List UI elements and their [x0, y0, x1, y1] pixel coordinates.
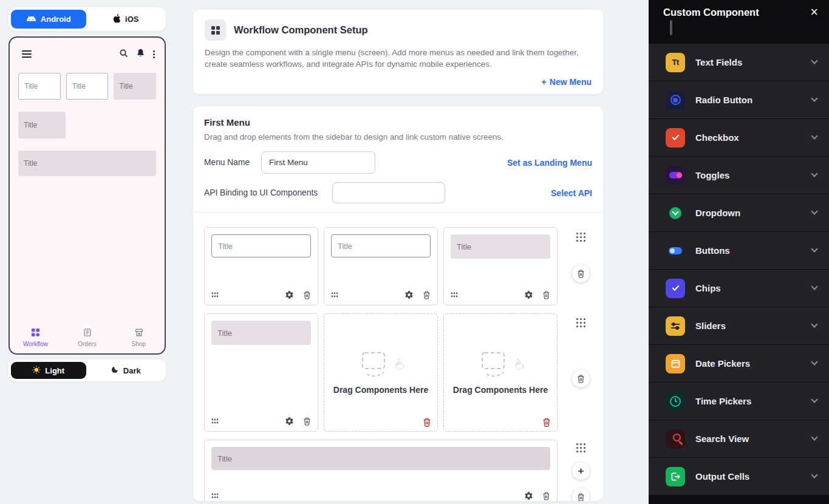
drag-handle-icon[interactable] — [451, 292, 458, 298]
component-card[interactable] — [443, 227, 558, 305]
chevron-down-icon — [811, 95, 817, 101]
workflow-setup-card: Workflow Component Setup Design the comp… — [193, 10, 603, 94]
settings-gear-icon[interactable] — [285, 290, 294, 299]
text-fields-icon: Tt — [666, 53, 685, 72]
row-delete-button[interactable] — [572, 265, 590, 282]
phone-title-field[interactable]: Title — [18, 151, 156, 176]
nav-item-orders[interactable]: Orders — [61, 328, 113, 347]
phone-preview-frame: Title Title Title Title Title Workflow — [9, 36, 166, 355]
panel-item-label: Buttons — [695, 245, 812, 256]
delete-trash-icon[interactable] — [423, 418, 431, 427]
phone-title-field[interactable]: Title — [18, 73, 61, 100]
panel-item-label: Toggles — [695, 170, 812, 180]
component-card[interactable] — [204, 313, 318, 432]
checkbox-icon — [666, 128, 685, 148]
scrollbar-thumb[interactable] — [670, 20, 672, 35]
drop-zone[interactable]: Drag Components Here — [443, 313, 558, 432]
search-icon[interactable] — [119, 49, 128, 60]
panel-item-toggles[interactable]: Toggles — [649, 157, 829, 194]
row-drag-handle-icon[interactable] — [576, 232, 586, 245]
panel-item-label: Search View — [695, 434, 812, 444]
panel-item-output-cells[interactable]: Output Cells — [649, 458, 829, 495]
dark-theme-button[interactable]: Dark — [89, 362, 164, 379]
panel-item-radio-button[interactable]: Radio Button — [649, 81, 829, 119]
custom-component-panel: Custom Component × Tt Text Fields Radio … — [649, 0, 829, 504]
title-input[interactable] — [211, 321, 311, 345]
api-binding-input[interactable] — [332, 182, 445, 203]
settings-gear-icon[interactable] — [404, 290, 414, 299]
ios-toggle-button[interactable]: iOS — [89, 10, 164, 29]
new-menu-button[interactable]: + New Menu — [542, 77, 592, 87]
chevron-down-icon — [811, 471, 817, 478]
ios-label: iOS — [125, 15, 138, 24]
select-api-button[interactable]: Select API — [551, 188, 592, 198]
settings-gear-icon[interactable] — [524, 290, 533, 299]
notification-bell-icon[interactable] — [136, 48, 145, 60]
drag-handle-icon[interactable] — [331, 292, 338, 298]
panel-item-buttons[interactable]: Buttons — [649, 232, 829, 270]
settings-gear-icon[interactable] — [285, 417, 294, 426]
delete-trash-icon[interactable] — [542, 291, 550, 299]
kebab-menu-icon[interactable] — [153, 50, 155, 58]
row-drag-handle-icon[interactable] — [576, 443, 586, 455]
drag-handle-icon[interactable] — [211, 493, 219, 499]
component-card[interactable] — [204, 227, 318, 305]
delete-trash-icon[interactable] — [303, 291, 311, 299]
panel-item-label: Checkbox — [695, 132, 812, 143]
title-input[interactable] — [211, 234, 311, 257]
phone-title-field[interactable]: Title — [18, 112, 66, 138]
panel-item-chips[interactable]: Chips — [649, 270, 829, 307]
panel-item-label: Chips — [695, 283, 812, 293]
component-card[interactable] — [324, 227, 438, 305]
chevron-down-icon — [811, 434, 817, 440]
phone-title-field[interactable]: Title — [66, 73, 109, 100]
drop-zone[interactable]: Drag Components Here — [324, 313, 438, 432]
nav-label: Shop — [132, 341, 146, 347]
row-delete-button[interactable] — [572, 370, 590, 387]
radio-button-icon — [666, 90, 685, 110]
android-toggle-button[interactable]: Android — [11, 10, 86, 29]
delete-trash-icon[interactable] — [423, 291, 431, 299]
set-landing-menu-button[interactable]: Set as Landing Menu — [507, 158, 592, 168]
panel-item-checkbox[interactable]: Checkbox — [649, 119, 829, 157]
panel-item-time-pickers[interactable]: Time Pickers — [649, 383, 829, 420]
nav-label: Workflow — [23, 341, 48, 347]
title-input[interactable] — [451, 234, 550, 259]
row-drag-handle-icon[interactable] — [576, 318, 586, 330]
output-cells-icon — [666, 467, 685, 486]
nav-item-shop[interactable]: Shop — [113, 328, 165, 347]
title-input[interactable] — [211, 447, 550, 470]
sun-icon — [32, 366, 41, 376]
component-card-wide[interactable] — [204, 440, 558, 501]
panel-item-search-view[interactable]: Search View — [649, 420, 829, 458]
panel-item-label: Radio Button — [695, 95, 812, 105]
page-title: Workflow Component Setup — [234, 24, 368, 36]
panel-item-sliders[interactable]: Sliders — [649, 307, 829, 345]
row-delete-button[interactable] — [572, 488, 590, 501]
close-icon[interactable]: × — [810, 5, 818, 19]
nav-item-workflow[interactable]: Workflow — [10, 328, 61, 347]
apple-icon — [113, 14, 121, 25]
drag-handle-icon[interactable] — [211, 292, 219, 298]
hamburger-menu-icon[interactable] — [22, 50, 32, 58]
orders-list-icon — [83, 328, 92, 338]
menu-name-input[interactable] — [261, 151, 375, 174]
light-theme-button[interactable]: Light — [11, 362, 86, 379]
panel-item-text-fields[interactable]: Tt Text Fields — [649, 44, 829, 81]
phone-title-field[interactable]: Title — [114, 73, 156, 100]
delete-trash-icon[interactable] — [542, 418, 551, 427]
plus-icon: + — [542, 77, 547, 87]
delete-trash-icon[interactable] — [303, 417, 311, 426]
title-input[interactable] — [331, 234, 431, 257]
add-row-button[interactable]: + — [572, 462, 590, 480]
drag-components-icon — [479, 351, 522, 380]
settings-gear-icon[interactable] — [524, 491, 533, 500]
panel-item-date-pickers[interactable]: Date Pickers — [649, 345, 829, 383]
panel-item-dropdown[interactable]: Dropdown — [649, 194, 829, 232]
menu-name-label: Menu Name — [204, 158, 261, 167]
chevron-down-icon — [811, 57, 817, 64]
phone-canvas: Title Title Title Title Title — [15, 73, 160, 176]
drag-components-icon — [360, 351, 402, 380]
drag-handle-icon[interactable] — [211, 418, 219, 424]
delete-trash-icon[interactable] — [542, 492, 550, 500]
